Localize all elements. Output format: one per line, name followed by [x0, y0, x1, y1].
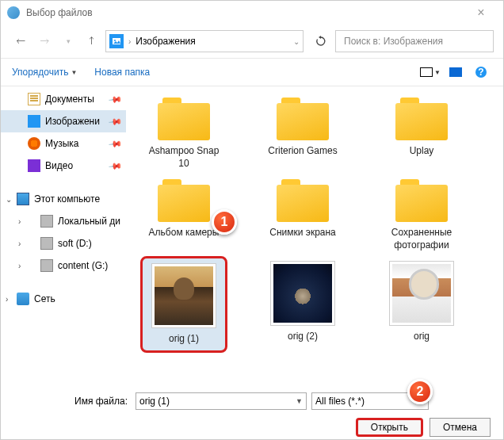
sidebar-item-video[interactable]: Видео 📌 — [1, 155, 126, 177]
chevron-down-icon: ▼ — [71, 69, 77, 76]
close-button[interactable]: × — [465, 6, 497, 20]
filename-label: Имя файла: — [12, 396, 131, 407]
filetype-select[interactable]: All files (*.*) ▼ 2 — [311, 392, 429, 410]
refresh-button[interactable] — [310, 30, 332, 52]
chevron-down-icon: ▼ — [296, 397, 303, 405]
folder-icon — [277, 98, 329, 140]
computer-icon — [17, 193, 29, 205]
folder-icon — [277, 179, 329, 222]
up-button[interactable]: 🡑 — [82, 31, 102, 52]
folder-item[interactable]: Сохраненные фотографии — [378, 174, 465, 256]
sidebar-item-network[interactable]: › Сеть — [1, 288, 126, 310]
expand-icon[interactable]: › — [18, 262, 21, 270]
video-icon — [28, 159, 40, 172]
disk-icon — [40, 237, 53, 250]
chevron-down-icon[interactable]: ⌄ — [293, 37, 300, 46]
sidebar: Документы 📌 Изображени 📌 Музыка 📌 Видео … — [1, 86, 126, 386]
expand-icon[interactable]: › — [6, 295, 8, 304]
sidebar-item-localdisk[interactable]: › Локальный ди — [1, 210, 126, 232]
annotation-badge-1: 1 — [212, 209, 237, 235]
help-button[interactable]: ? — [470, 61, 492, 83]
toolbar: Упорядочить ▼ Новая папка ▼ ? — [1, 58, 503, 86]
search-input[interactable]: Поиск в: Изображения — [335, 30, 494, 52]
sidebar-item-documents[interactable]: Документы 📌 — [1, 88, 126, 110]
search-placeholder: Поиск в: Изображения — [344, 36, 443, 47]
image-item-selected[interactable]: orig (1) — [140, 256, 227, 353]
sidebar-item-images[interactable]: Изображени 📌 — [1, 110, 126, 132]
music-icon — [28, 137, 40, 150]
forward-button[interactable]: 🡒 — [34, 31, 55, 52]
expand-icon[interactable]: › — [18, 217, 21, 226]
chevron-right-icon: › — [128, 37, 131, 46]
pin-icon: 📌 — [108, 92, 123, 107]
recent-dropdown[interactable]: ▾ — [58, 31, 78, 52]
expand-icon[interactable]: › — [18, 239, 21, 248]
sidebar-item-thispc[interactable]: ⌄ Этот компьюте — [1, 188, 126, 210]
cancel-button[interactable]: Отмена — [430, 418, 491, 437]
folder-item[interactable]: Uplay — [378, 93, 465, 174]
folder-item[interactable]: Альбом камеры 1 — [140, 174, 227, 256]
address-bar[interactable]: › Изображения ⌄ — [105, 30, 304, 52]
footer: Имя файла: orig (1) ▼ All files (*.*) ▼ … — [1, 386, 503, 440]
app-icon — [7, 6, 20, 19]
disk-icon — [40, 259, 53, 272]
disk-icon — [40, 215, 53, 228]
svg-point-1 — [114, 40, 116, 41]
pictures-icon — [28, 115, 40, 128]
svg-text:?: ? — [478, 67, 483, 78]
folder-icon — [158, 98, 210, 140]
back-button[interactable]: 🡐 — [10, 31, 31, 52]
folder-item[interactable]: Снимки экрана — [259, 174, 346, 256]
sidebar-item-soft[interactable]: › soft (D:) — [1, 232, 126, 254]
pictures-icon — [109, 34, 124, 48]
document-icon — [28, 93, 40, 105]
folder-item[interactable]: Ashampoo Snap 10 — [140, 93, 227, 174]
folder-icon — [395, 98, 448, 140]
sidebar-item-content[interactable]: › content (G:) — [1, 254, 126, 277]
image-item[interactable]: orig — [378, 256, 465, 353]
image-thumbnail — [270, 261, 335, 326]
view-menu[interactable]: ▼ — [419, 61, 441, 83]
open-button[interactable]: Открыть — [356, 418, 423, 437]
annotation-badge-2: 2 — [407, 379, 433, 404]
folder-icon — [395, 179, 448, 222]
preview-pane-button[interactable] — [445, 61, 467, 83]
organize-menu[interactable]: Упорядочить ▼ — [12, 67, 77, 78]
pin-icon: 📌 — [108, 114, 123, 129]
pin-icon: 📌 — [108, 159, 123, 174]
path-segment[interactable]: Изображения — [136, 36, 195, 47]
expand-icon[interactable]: ⌄ — [6, 195, 12, 204]
sidebar-item-music[interactable]: Музыка 📌 — [1, 132, 126, 155]
folder-item[interactable]: Criterion Games — [259, 93, 346, 174]
folder-icon — [158, 179, 210, 222]
image-thumbnail — [151, 263, 216, 328]
image-thumbnail — [389, 261, 454, 326]
title-bar: Выбор файлов × — [1, 1, 503, 25]
file-grid: Ashampoo Snap 10 Criterion Games Uplay А… — [126, 86, 503, 386]
window-title: Выбор файлов — [26, 7, 93, 18]
nav-bar: 🡐 🡒 ▾ 🡑 › Изображения ⌄ Поиск в: Изображ… — [1, 25, 503, 58]
image-item[interactable]: orig (2) — [259, 256, 346, 353]
new-folder-button[interactable]: Новая папка — [94, 67, 150, 78]
pin-icon: 📌 — [108, 136, 123, 151]
filename-input[interactable]: orig (1) ▼ — [136, 392, 307, 410]
network-icon — [17, 293, 29, 305]
